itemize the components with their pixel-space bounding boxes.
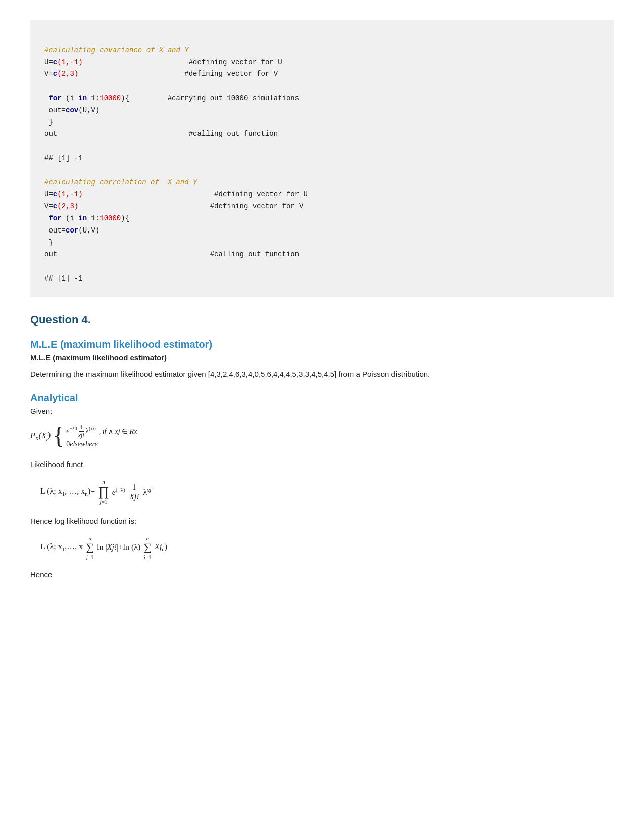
mle-description: Determining the maximum likelihood estim…: [30, 368, 614, 380]
code-func-c2: c: [53, 70, 57, 78]
hence-label: Hence: [30, 570, 614, 579]
code-val-u: (1,: [57, 58, 70, 66]
pmf-formula: PX(Xj)̇ { e−λ01xj!λ(xj) , if ∧ xj ∈ Rx 0…: [30, 424, 614, 448]
sum-limits-1: n ∑ j=1: [86, 535, 94, 560]
code-val-u2: -1): [70, 58, 82, 66]
pmf-case-2: 0elsewhere: [66, 440, 137, 448]
code-val-v: (2,3): [57, 70, 78, 78]
code-for-loop-cov: for (i in 1:10000){ #carrying out 10000 …: [44, 94, 299, 126]
pmf-lhs: PX(Xj)̇: [30, 431, 51, 441]
log-likelihood-label: Hence log likelihood function is:: [30, 515, 614, 527]
code-line-v: V=c(2,3) #defining vector for V: [44, 70, 278, 78]
likelihood-formula: L (λ; x1, …, xn)= n ∏ j=1 e(−λ) 1 Xj! λx…: [40, 479, 614, 505]
code-comment-cor: #calculating correlation of X and Y: [44, 178, 197, 187]
pmf-cases: e−λ01xj!λ(xj) , if ∧ xj ∈ Rx 0elsewhere: [66, 424, 137, 448]
curly-brace-icon: {: [53, 424, 64, 448]
analytical-heading: Analytical: [30, 392, 614, 404]
question-4-section: Question 4. M.L.E (maximum likelihood es…: [30, 313, 614, 579]
product-limits: n ∏ j=1: [98, 479, 109, 505]
code-comment-cov: #calculating covariance of X and Y: [44, 46, 189, 54]
mle-subheading: M.L.E (maximum likelihood estimator): [30, 353, 614, 362]
code-line-u: U=c(1,-1) #defining vector for U: [44, 58, 282, 66]
code-block-1: #calculating covariance of X and Y U=c(1…: [30, 20, 614, 297]
likelihood-fraction: 1 Xj!: [128, 483, 140, 501]
pmf-case-1: e−λ01xj!λ(xj) , if ∧ xj ∈ Rx: [66, 424, 137, 439]
mle-heading: M.L.E (maximum likelihood estimator): [30, 339, 614, 350]
question-4-heading: Question 4.: [30, 313, 614, 327]
code-func-c1: c: [53, 58, 57, 66]
given-label: Given:: [30, 407, 614, 415]
likelihood-label: Likelihood funct: [30, 458, 614, 471]
log-likelihood-formula: L (λ; x1,…, x n ∑ j=1 ln |Xj!|+ln (λ) n …: [40, 535, 614, 560]
sum-limits-2: n ∑ j=1: [143, 535, 152, 560]
